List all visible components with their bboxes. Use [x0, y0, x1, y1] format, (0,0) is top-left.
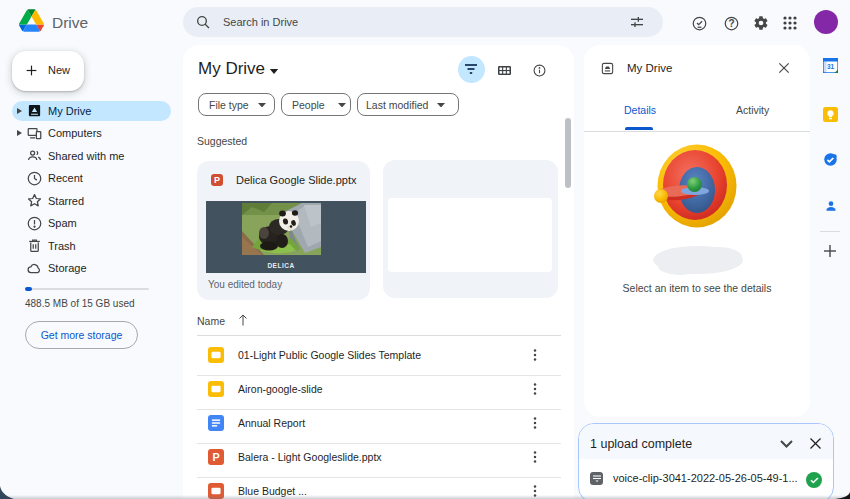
svg-text:P: P: [212, 451, 219, 463]
svg-text:31: 31: [827, 63, 835, 70]
